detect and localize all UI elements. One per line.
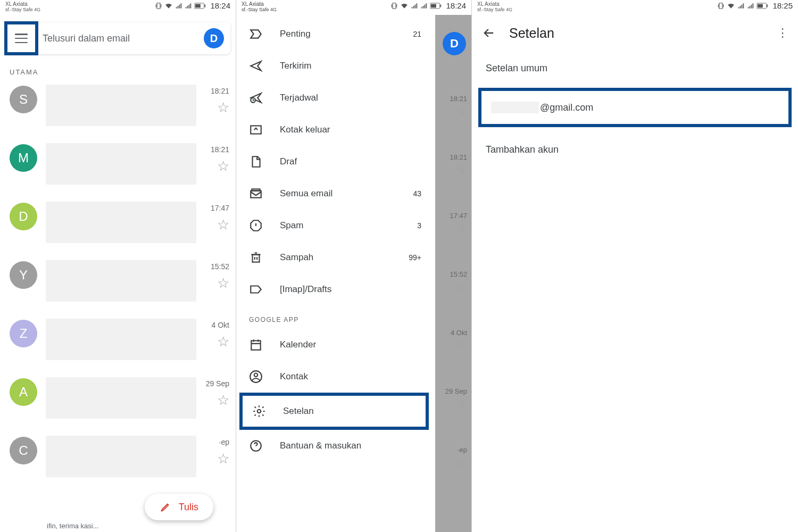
carrier-label: XL Axiata (242, 1, 277, 7)
email-preview-redacted (46, 202, 196, 243)
compose-label: Tulis (179, 502, 198, 513)
email-row[interactable]: A 29 Sep ☆ (0, 372, 236, 430)
email-snippet: ifin, terima kasi... (47, 522, 99, 530)
back-arrow-icon[interactable] (481, 26, 496, 40)
spam-icon (249, 219, 263, 232)
star-icon[interactable]: ☆ (217, 218, 229, 231)
drawer-item-count: 3 (417, 221, 421, 230)
email-row[interactable]: Y 15:52 ☆ (0, 255, 236, 313)
email-preview-redacted (46, 319, 196, 360)
svg-rect-17 (758, 4, 763, 7)
settings-account-suffix: @gmail.com (540, 102, 593, 113)
account-avatar[interactable]: D (204, 28, 224, 48)
drawer-scrim[interactable]: D 18:21☆18:21☆17:47☆15:52☆4 Okt☆29 Sep☆·… (434, 15, 471, 532)
carrier-label: XL Axiata (5, 1, 40, 7)
carrier-sub: sf.-Stay Safe 4G (477, 7, 512, 13)
settings-add-account[interactable]: Tambahkan akun (472, 132, 798, 167)
bg-email-meta: 18:21☆ (450, 95, 467, 118)
settings-list: Setelan umum @gmail.com Tambahkan akun (472, 51, 798, 167)
sent-icon (249, 59, 263, 73)
sender-avatar: M (10, 144, 37, 172)
signal-icon-2 (747, 2, 754, 10)
drawer-item-count: 99+ (409, 253, 421, 262)
star-icon[interactable]: ☆ (217, 276, 229, 290)
drawer-item-outbox[interactable]: Kotak keluar (236, 114, 435, 146)
star-icon[interactable]: ☆ (217, 393, 229, 407)
drawer-item-count: 43 (413, 189, 421, 198)
svg-rect-1 (195, 4, 201, 7)
gear-icon (252, 404, 266, 418)
star-icon[interactable]: ☆ (217, 335, 229, 348)
bg-email-time: 18:21 (450, 153, 467, 161)
vibrate-icon (390, 2, 398, 10)
redacted-email-prefix (491, 102, 539, 113)
carrier-sub: sf.-Stay Safe 4G (5, 7, 40, 13)
email-row[interactable]: C ·ep ☆ (0, 430, 236, 478)
email-row[interactable]: S 18:21 ☆ (0, 79, 236, 138)
draft-icon (249, 155, 263, 169)
status-icons: 18:24 (390, 1, 466, 10)
star-icon[interactable]: ☆ (217, 452, 229, 466)
drawer-item-draft[interactable]: Draf (236, 146, 435, 178)
email-time: 15:52 (211, 262, 229, 271)
sender-avatar: Z (10, 320, 37, 347)
status-bar: XL Axiata sf.-Stay Safe 4G 18:25 (472, 0, 798, 15)
drawer-item-spam[interactable]: Spam 3 (236, 210, 435, 242)
email-time: ·ep (219, 438, 229, 446)
allmail-icon (249, 187, 263, 201)
compose-button[interactable]: Tulis (145, 494, 213, 520)
drawer-item-label: Penting (280, 29, 413, 39)
star-icon: ☆ (456, 457, 467, 469)
help-icon (249, 439, 263, 453)
email-meta: 17:47 ☆ (196, 202, 229, 231)
drawer-app-calendar[interactable]: Kalender (236, 329, 435, 361)
email-preview-redacted (46, 377, 196, 419)
star-icon[interactable]: ☆ (217, 159, 229, 173)
drawer-app-label: Kontak (280, 371, 435, 382)
outbox-icon (249, 123, 263, 137)
svg-rect-9 (252, 189, 260, 190)
drawer-item-label[interactable]: [Imap]/Drafts (236, 273, 435, 305)
email-meta: 15:52 ☆ (196, 260, 229, 290)
bg-account-avatar: D (443, 32, 466, 55)
svg-rect-5 (440, 4, 442, 7)
drawer-item-help[interactable]: Bantuan & masukan (236, 430, 435, 462)
settings-account-highlight[interactable]: @gmail.com (478, 88, 792, 127)
settings-topbar: Setelan ⋮ (472, 15, 798, 51)
svg-rect-7 (251, 126, 261, 134)
drawer-section-google-app: GOOGLE APP (236, 305, 435, 329)
email-meta: 18:21 ☆ (196, 85, 229, 114)
search-input[interactable]: Telusuri dalam email (38, 33, 204, 44)
status-time: 18:24 (210, 1, 230, 10)
drawer-item-label: Spam (280, 220, 417, 231)
svg-point-14 (257, 410, 261, 413)
contacts-icon (249, 370, 263, 384)
scheduled-icon (249, 91, 263, 105)
star-icon[interactable]: ☆ (217, 101, 229, 114)
more-vert-icon[interactable]: ⋮ (777, 26, 788, 40)
pencil-icon (160, 501, 171, 513)
drawer-item-important[interactable]: Penting 21 (236, 18, 435, 50)
email-row[interactable]: D 17:47 ☆ (0, 196, 236, 255)
drawer-item-trash[interactable]: Sampah 99+ (236, 242, 435, 273)
drawer-item-sent[interactable]: Terkirim (236, 50, 435, 82)
email-row[interactable]: M 18:21 ☆ (0, 138, 236, 196)
drawer-item-allmail[interactable]: Semua email 43 (236, 178, 435, 210)
settings-general[interactable]: Setelan umum (472, 51, 798, 86)
svg-point-12 (254, 373, 258, 377)
email-meta: 18:21 ☆ (196, 143, 229, 173)
drawer-item-setelan[interactable]: Setelan (243, 396, 426, 427)
email-row[interactable]: Z 4 Okt ☆ (0, 313, 236, 372)
drawer-item-scheduled[interactable]: Terjadwal (236, 82, 435, 114)
email-meta: 4 Okt ☆ (196, 319, 229, 348)
drawer-app-contacts[interactable]: Kontak (236, 361, 435, 393)
settings-title: Setelan (509, 26, 777, 41)
menu-button-highlight[interactable] (4, 21, 38, 55)
drawer-item-label: [Imap]/Drafts (280, 284, 421, 295)
signal-icon-2 (420, 2, 428, 10)
search-bar[interactable]: Telusuri dalam email D (5, 22, 230, 54)
battery-icon (430, 3, 442, 9)
email-preview-redacted (46, 436, 196, 477)
svg-rect-11 (251, 340, 260, 350)
signal-icon (175, 2, 182, 10)
